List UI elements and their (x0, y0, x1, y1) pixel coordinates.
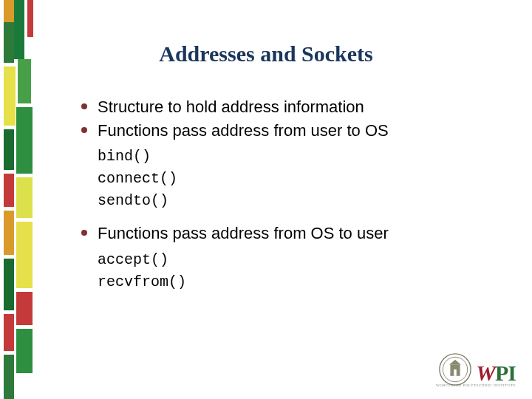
svg-marker-3 (449, 360, 461, 365)
wpi-seal-icon (439, 353, 471, 386)
bullet-item: Structure to hold address information (81, 96, 502, 118)
bullet-text: Structure to hold address information (98, 96, 364, 118)
bullet-dot-icon (81, 127, 87, 133)
code-line: recvfrom() (98, 271, 502, 293)
bullet-item: Functions pass address from OS to user (81, 222, 502, 245)
sidebar-color-block (4, 0, 14, 22)
bullet-item: Functions pass address from user to OS (81, 120, 502, 142)
sidebar-color-block (4, 211, 14, 255)
code-line: accept() (98, 249, 502, 271)
sidebar-color-block (16, 222, 33, 288)
sidebar-color-block (16, 329, 33, 373)
bullet-dot-icon (81, 103, 87, 109)
bullet-dot-icon (81, 230, 87, 236)
slide-body: Structure to hold address informationFun… (81, 96, 502, 304)
code-sublist: accept()recvfrom() (98, 249, 502, 293)
svg-rect-4 (454, 369, 457, 376)
code-sublist: bind()connect()sendto() (98, 146, 502, 212)
logo-caption: WORCESTER POLYTECHNIC INSTITUTE (436, 383, 516, 387)
sidebar-color-block (16, 177, 33, 218)
sidebar-color-block (4, 129, 14, 170)
sidebar-color-block (4, 355, 14, 399)
sidebar-color-block (27, 0, 33, 37)
logo-letter-w: W (476, 361, 495, 386)
logo-letters-pi: PI (495, 361, 516, 386)
sidebar-color-block (4, 314, 14, 351)
sidebar-color-block (4, 259, 14, 310)
slide-title: Addresses and Sockets (0, 41, 532, 66)
code-line: connect() (98, 168, 502, 190)
code-line: sendto() (98, 190, 502, 212)
wpi-logo: WPI WORCESTER POLYTECHNIC INSTITUTE (439, 353, 516, 386)
sidebar-color-block (4, 66, 16, 126)
sidebar-color-block (16, 107, 33, 174)
bullet-text: Functions pass address from OS to user (98, 222, 389, 245)
sidebar-color-block (16, 292, 33, 325)
bullet-text: Functions pass address from user to OS (98, 120, 389, 142)
sidebar-color-block (4, 174, 14, 207)
code-line: bind() (98, 146, 502, 168)
